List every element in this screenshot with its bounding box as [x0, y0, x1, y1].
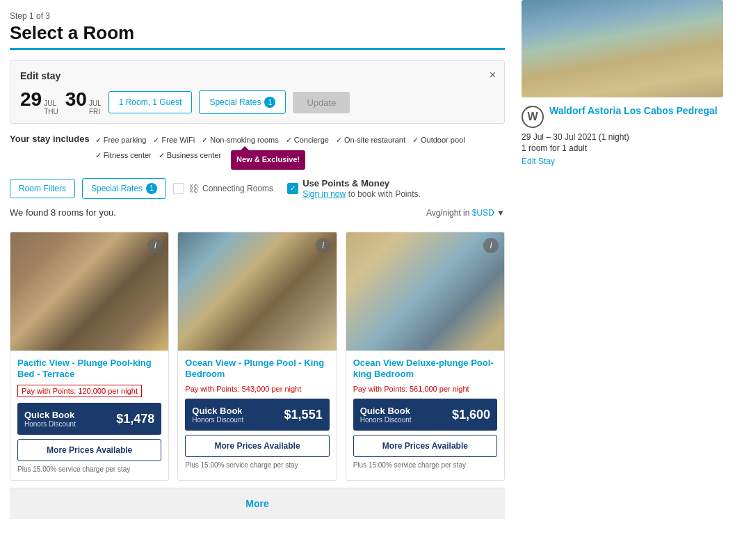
hotel-brand-section: W Waldorf Astoria Los Cabos Pedregal — [522, 104, 723, 128]
check-in-date: 29 JUL THU — [20, 88, 58, 116]
step-label: Step 1 of 3 — [10, 11, 505, 21]
room-3-service-charge: Plus 15.00% service charge per stay — [353, 461, 497, 469]
sign-in-row: Sign in now to book with Points. — [302, 189, 421, 199]
room-card-3: i Ocean View Deluxe-plunge Pool-king Bed… — [346, 232, 505, 481]
check-out-date: 30 JUL FRI — [65, 88, 102, 116]
amenity-fitness: ✓ Fitness center — [95, 149, 152, 170]
room-1-image: i — [10, 232, 168, 351]
check-in-weekday: THU — [44, 108, 58, 116]
room-filters-button[interactable]: Room Filters — [10, 179, 75, 198]
connecting-rooms-checkbox[interactable] — [173, 183, 184, 194]
stay-includes-label: Your stay includes — [10, 134, 90, 170]
hotel-aerial-image — [522, 0, 723, 97]
special-rates-button[interactable]: Special Rates 1 — [199, 90, 286, 114]
room-3-quick-book-label: Quick Book — [360, 406, 412, 416]
special-rates-filter-label: Special Rates — [91, 184, 143, 193]
amenity-business: ✓ Business center — [159, 149, 221, 170]
room-2-service-charge: Plus 15.00% service charge per stay — [185, 461, 329, 469]
edit-stay-link[interactable]: Edit Stay — [522, 157, 555, 166]
room-1-honors-label: Honors Discount — [24, 420, 76, 428]
room-1-price: $1,478 — [116, 412, 154, 426]
room-2-quick-book-label: Quick Book — [192, 406, 243, 416]
currency-arrow-icon[interactable]: ▼ — [496, 208, 505, 218]
room-3-honors-label: Honors Discount — [360, 416, 412, 424]
hotel-name[interactable]: Waldorf Astoria Los Cabos Pedregal — [549, 104, 718, 117]
room-3-image: i — [346, 232, 504, 351]
room-2-info-button[interactable]: i — [316, 238, 331, 253]
check-in-day: 29 — [20, 88, 42, 111]
new-exclusive-badge: New & Exclusive! — [231, 150, 305, 170]
room-3-info-button[interactable]: i — [483, 238, 499, 253]
amenity-free-wifi: ✓ Free WiFi — [153, 134, 195, 147]
use-points-money-option[interactable]: ✓ Use Points & Money Sign in now to book… — [287, 178, 421, 199]
use-points-label: Use Points & Money — [302, 178, 421, 189]
room-2-title[interactable]: Ocean View - Plunge Pool - King Bedroom — [185, 358, 329, 381]
room-3-pay-points: Pay with Points: 561,000 per night — [353, 385, 497, 393]
book-points-text: to book with Points. — [348, 189, 421, 199]
edit-stay-close-button[interactable]: × — [490, 69, 496, 81]
waldorf-logo: W — [522, 106, 544, 128]
special-rates-filter-badge: 1 — [146, 183, 157, 194]
amenity-concierge: ✓ Concierge — [286, 134, 329, 147]
avg-night-label: Avg/night in — [426, 208, 470, 218]
hotel-guests: 1 room for 1 adult — [522, 143, 723, 153]
points-checkbox[interactable]: ✓ — [287, 183, 298, 194]
page-title: Select a Room — [10, 22, 505, 44]
room-1-service-charge: Plus 15.00% service charge per stay — [17, 465, 161, 473]
filters-row: Room Filters Special Rates 1 ⛓ Connectin… — [10, 178, 505, 199]
chain-icon: ⛓ — [188, 183, 198, 194]
room-1-quick-book-label: Quick Book — [24, 410, 76, 420]
special-rates-label: Special Rates — [209, 97, 261, 107]
room-3-title[interactable]: Ocean View Deluxe-plunge Pool-king Bedro… — [353, 358, 497, 381]
room-card-1: i Pacific View - Plunge Pool-king Bed - … — [10, 232, 169, 481]
check-out-day: 30 — [65, 88, 87, 111]
found-rooms-label: We found 8 rooms for you. — [10, 207, 116, 218]
room-card-2: i Ocean View - Plunge Pool - King Bedroo… — [177, 232, 337, 481]
room-2-honors-label: Honors Discount — [192, 416, 243, 424]
room-3-price: $1,600 — [452, 408, 490, 422]
room-1-pay-points: Pay with Points: 120,000 per night — [17, 385, 161, 397]
connecting-rooms-option[interactable]: ⛓ Connecting Rooms — [173, 183, 273, 194]
room-2-more-prices-button[interactable]: More Prices Available — [185, 435, 329, 457]
check-in-month: JUL — [44, 99, 58, 108]
amenities-list: ✓ Free parking ✓ Free WiFi ✓ Non-smoking… — [95, 134, 505, 170]
stay-includes-section: Your stay includes ✓ Free parking ✓ Free… — [10, 134, 505, 170]
edit-stay-box: Edit stay × 29 JUL THU 30 JUL FRI — [10, 60, 505, 124]
hotel-dates: 29 Jul – 30 Jul 2021 (1 night) — [522, 132, 723, 142]
room-1-info-button[interactable]: i — [147, 238, 163, 253]
room-2-price: $1,551 — [284, 408, 323, 422]
rooms-grid: i Pacific View - Plunge Pool-king Bed - … — [10, 232, 505, 481]
special-rates-filter-button[interactable]: Special Rates 1 — [82, 178, 166, 199]
amenity-restaurant: ✓ On-site restaurant — [336, 134, 405, 147]
room-guests-button[interactable]: 1 Room, 1 Guest — [108, 91, 193, 113]
check-out-weekday: FRI — [89, 108, 102, 116]
room-1-title[interactable]: Pacific View - Plunge Pool-king Bed - Te… — [17, 358, 161, 381]
title-underline — [10, 48, 505, 50]
sign-in-link[interactable]: Sign in now — [302, 189, 346, 199]
hotel-info-panel: W Waldorf Astoria Los Cabos Pedregal 29 … — [515, 0, 730, 530]
more-bar[interactable]: More — [10, 488, 505, 519]
amenity-free-parking: ✓ Free parking — [95, 134, 147, 147]
connecting-rooms-label: Connecting Rooms — [202, 184, 273, 193]
currency-link[interactable]: $USD — [472, 208, 494, 218]
room-2-image: i — [178, 232, 336, 351]
special-rates-badge: 1 — [264, 97, 275, 108]
room-3-quick-book-button[interactable]: Quick Book Honors Discount $1,600 — [353, 399, 497, 431]
amenity-pool: ✓ Outdoor pool — [412, 134, 465, 147]
edit-stay-title: Edit stay — [20, 70, 494, 81]
update-button: Update — [293, 92, 350, 113]
check-out-month: JUL — [89, 99, 102, 108]
room-2-quick-book-button[interactable]: Quick Book Honors Discount $1,551 — [185, 399, 329, 431]
room-3-more-prices-button[interactable]: More Prices Available — [353, 435, 497, 457]
room-1-more-prices-button[interactable]: More Prices Available — [17, 439, 161, 461]
room-1-quick-book-button[interactable]: Quick Book Honors Discount $1,478 — [17, 403, 161, 435]
room-2-pay-points: Pay with Points: 543,000 per night — [185, 385, 329, 393]
currency-selector[interactable]: Avg/night in $USD ▼ — [426, 208, 505, 218]
